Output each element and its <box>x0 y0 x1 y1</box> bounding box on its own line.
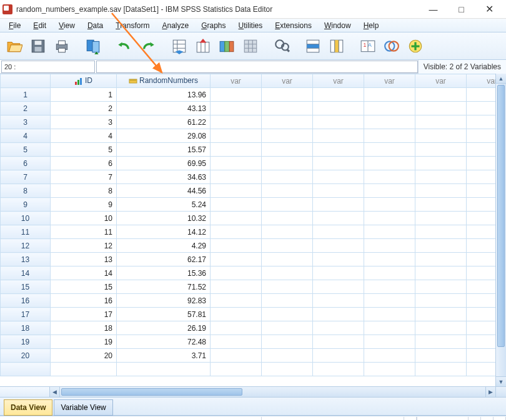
row-header[interactable]: 20 <box>1 349 51 363</box>
cell-empty[interactable] <box>467 102 496 115</box>
cell-empty[interactable] <box>313 212 364 225</box>
cell-empty[interactable] <box>262 129 313 143</box>
table-row[interactable]: 3361.22 <box>1 115 496 129</box>
cell-empty[interactable] <box>415 198 467 212</box>
cell-id[interactable]: 20 <box>51 349 117 363</box>
cell-empty[interactable] <box>313 88 364 102</box>
menu-transform[interactable]: Transform <box>109 20 156 31</box>
show-all-button[interactable] <box>405 36 426 57</box>
cell-empty[interactable] <box>364 157 415 170</box>
cell-empty[interactable] <box>211 335 262 349</box>
cell-empty[interactable] <box>415 349 467 363</box>
cell-empty[interactable] <box>364 239 415 253</box>
cell-random[interactable]: 71.52 <box>117 280 211 294</box>
table-row[interactable]: 181826.19 <box>1 321 496 335</box>
cell-empty[interactable] <box>262 198 313 212</box>
row-header[interactable]: 8 <box>1 184 51 198</box>
cell-empty[interactable] <box>211 102 262 115</box>
cell-id[interactable]: 15 <box>51 280 117 294</box>
table-row[interactable]: 131362.17 <box>1 253 496 266</box>
row-header[interactable]: 4 <box>1 129 51 143</box>
cell-id[interactable]: 16 <box>51 294 117 308</box>
goto-variable-button[interactable] <box>192 36 214 57</box>
minimize-button[interactable]: — <box>419 1 447 18</box>
cell-random[interactable]: 62.17 <box>117 253 211 266</box>
table-row[interactable]: 4429.08 <box>1 129 496 143</box>
cell-id[interactable]: 1 <box>51 88 117 102</box>
cell-empty[interactable] <box>364 280 415 294</box>
cell-empty[interactable] <box>211 294 262 308</box>
cell-random[interactable]: 4.29 <box>117 239 211 253</box>
cell-id[interactable]: 10 <box>51 212 117 225</box>
cell-empty[interactable] <box>313 239 364 253</box>
cell-random[interactable]: 10.32 <box>117 212 211 225</box>
row-header[interactable]: 11 <box>1 225 51 239</box>
cell-empty[interactable] <box>364 184 415 198</box>
cell-empty[interactable] <box>211 212 262 225</box>
cell-id[interactable]: 19 <box>51 335 117 349</box>
cell-empty[interactable] <box>262 212 313 225</box>
cell-empty[interactable] <box>313 349 364 363</box>
cell-value-input[interactable] <box>96 61 418 73</box>
use-sets-button[interactable] <box>381 36 402 57</box>
cell-empty[interactable] <box>364 129 415 143</box>
cell-empty[interactable] <box>313 184 364 198</box>
cell-empty[interactable] <box>262 143 313 157</box>
cell-empty[interactable] <box>364 170 415 184</box>
cell-empty[interactable] <box>211 198 262 212</box>
table-row[interactable]: 151571.52 <box>1 280 496 294</box>
insert-cases-button[interactable] <box>302 36 324 57</box>
cell-empty[interactable] <box>211 143 262 157</box>
horizontal-scrollbar[interactable]: ◀ ▶ <box>0 386 506 397</box>
cell-empty[interactable] <box>262 184 313 198</box>
tab-variable-view[interactable]: Variable View <box>54 399 112 416</box>
print-button[interactable] <box>51 36 72 57</box>
cell-empty[interactable] <box>415 335 467 349</box>
cell-random[interactable]: 3.71 <box>117 349 211 363</box>
cell-empty[interactable] <box>415 253 467 266</box>
dialog-recall-button[interactable] <box>82 36 104 57</box>
cell-empty[interactable] <box>211 184 262 198</box>
menu-utilities[interactable]: Utilities <box>232 20 269 31</box>
cell-reference[interactable]: 20 : <box>1 61 95 73</box>
column-header-id[interactable]: ID <box>51 74 117 88</box>
cell-id[interactable]: 11 <box>51 225 117 239</box>
vertical-scrollbar[interactable]: ▲ ▼ <box>495 74 506 386</box>
table-row[interactable]: 171757.81 <box>1 308 496 321</box>
scroll-down-arrow[interactable]: ▼ <box>496 376 506 386</box>
column-header-var-6[interactable]: var <box>467 74 496 88</box>
cell-empty[interactable] <box>467 335 496 349</box>
cell-empty[interactable] <box>262 266 313 280</box>
redo-button[interactable] <box>137 36 159 57</box>
cell-empty[interactable] <box>262 225 313 239</box>
scroll-right-arrow[interactable]: ▶ <box>485 387 495 397</box>
cell-empty[interactable] <box>262 88 313 102</box>
cell-empty[interactable] <box>415 280 467 294</box>
cell-empty[interactable] <box>467 157 496 170</box>
cell-empty[interactable] <box>313 335 364 349</box>
close-button[interactable]: ✕ <box>475 1 504 18</box>
cell-id[interactable]: 8 <box>51 184 117 198</box>
cell-empty[interactable] <box>467 321 496 335</box>
cell-random[interactable]: 92.83 <box>117 294 211 308</box>
table-row[interactable]: 161692.83 <box>1 294 496 308</box>
cell-empty[interactable] <box>313 225 364 239</box>
menu-help[interactable]: Help <box>357 20 385 31</box>
cell-empty[interactable] <box>313 198 364 212</box>
cell-id[interactable]: 17 <box>51 308 117 321</box>
cell-empty[interactable] <box>364 266 415 280</box>
cell-random[interactable]: 15.36 <box>117 266 211 280</box>
row-header[interactable]: 3 <box>1 115 51 129</box>
cell-empty[interactable] <box>313 102 364 115</box>
scroll-up-arrow[interactable]: ▲ <box>496 74 506 84</box>
row-header[interactable]: 6 <box>1 157 51 170</box>
cell-empty[interactable] <box>211 349 262 363</box>
cell-empty[interactable] <box>262 349 313 363</box>
goto-case-button[interactable] <box>169 36 190 57</box>
undo-button[interactable] <box>114 36 135 57</box>
menu-view[interactable]: View <box>52 20 81 31</box>
table-row-blank[interactable] <box>1 363 496 376</box>
column-header-random[interactable]: RandomNumbers <box>117 74 211 88</box>
table-row[interactable]: 111114.12 <box>1 225 496 239</box>
cell-empty[interactable] <box>211 321 262 335</box>
